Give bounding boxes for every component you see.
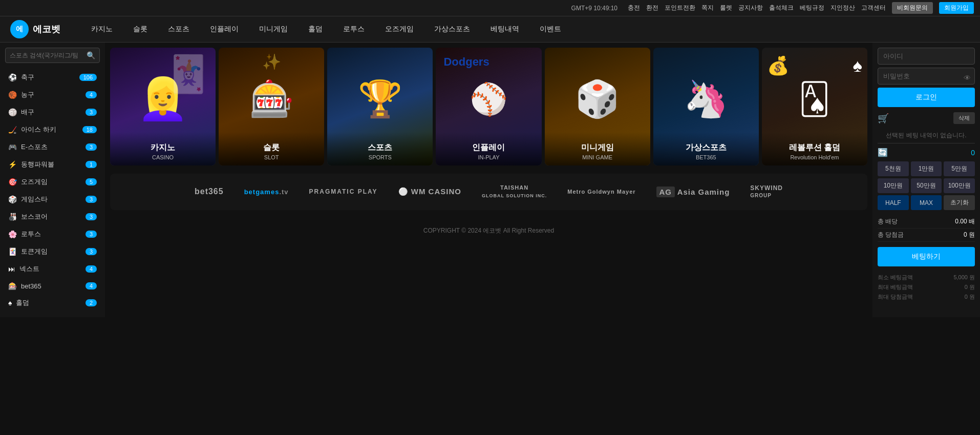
right-panel: 👁 로그인 🛒 삭제 선택된 베팅 내역이 없습니다. 🔄 0 5천원 1만원 … <box>872 43 980 317</box>
max-bet-label: 최대 베팅금액 <box>878 283 913 291</box>
max-win-label: 최대 당첨금액 <box>878 293 913 301</box>
top-nav-notice[interactable]: 공지사항 <box>738 4 763 12</box>
sidebar-item-holdem[interactable]: ♠홀덤 2 <box>5 295 100 311</box>
nav-events[interactable]: 이벤트 <box>529 19 571 39</box>
nav-slot[interactable]: 슬롯 <box>123 19 158 39</box>
max-bet-value: 0 원 <box>965 283 975 291</box>
top-bar: GMT+9 10:49:10 충전 환전 포인트전환 쪽지 룰렛 공지사항 출석… <box>0 0 980 16</box>
bet-limits: 최소 베팅금액 5,000 원 최대 베팅금액 0 원 최대 당첨금액 0 원 <box>878 273 975 302</box>
nonmember-button[interactable]: 비회원문의 <box>892 2 933 14</box>
total-odds-value: 0.00 배 <box>955 217 975 226</box>
top-nav-referral[interactable]: 지인정산 <box>830 4 855 12</box>
partner-taishan: TAISHANGLOBAL SOLUTION INC. <box>482 184 547 200</box>
virtual-label-en: BET365 <box>653 154 759 160</box>
slot-label-en: SLOT <box>219 154 324 160</box>
icehockey-icon: 🏒 <box>8 126 17 134</box>
bet-button[interactable]: 베팅하기 <box>878 247 975 266</box>
casino-label-ko: 카지노 <box>110 142 216 153</box>
nav-virtual[interactable]: 가상스포츠 <box>424 19 480 39</box>
top-nav-support[interactable]: 고객센터 <box>861 4 886 12</box>
volleyball-icon: 🏐 <box>8 108 17 116</box>
max-win-row: 최대 당첨금액 0 원 <box>878 292 975 302</box>
max-button[interactable]: MAX <box>911 195 942 210</box>
join-button[interactable]: 회원가입 <box>939 2 974 14</box>
nav-betting-history[interactable]: 베팅내역 <box>480 19 529 39</box>
sidebar-item-soccer[interactable]: ⚽축구 106 <box>5 69 100 86</box>
top-nav-betting-rules[interactable]: 베팅규정 <box>800 4 824 12</box>
top-nav-attendance[interactable]: 출석체크 <box>769 4 794 12</box>
top-nav-charge[interactable]: 충전 <box>628 4 640 12</box>
total-winnings-value: 0 원 <box>964 231 975 239</box>
game-card-virtual[interactable]: 🦄 가상스포츠 BET365 <box>653 48 759 165</box>
sidebar-item-icehockey[interactable]: 🏒아이스 하키 18 <box>5 121 100 138</box>
game-cards-grid: 🃏 👱‍♀️ 카지노 CASINO 🎰 ✨ 슬롯 <box>110 48 867 165</box>
game-card-casino[interactable]: 🃏 👱‍♀️ 카지노 CASINO <box>110 48 216 165</box>
nav-sports[interactable]: 스포츠 <box>158 19 200 39</box>
min-bet-label: 최소 베팅금액 <box>878 274 913 281</box>
quick-5k[interactable]: 5천원 <box>878 161 909 176</box>
refresh-icon[interactable]: 🔄 <box>878 148 888 157</box>
min-bet-value: 5,000 원 <box>953 274 975 281</box>
sidebar-item-token[interactable]: 🃏토큰게임 3 <box>5 243 100 260</box>
basketball-icon: 🏀 <box>8 91 17 99</box>
game-card-minigame[interactable]: 🎲 미니게임 MINI GAME <box>545 48 650 165</box>
game-card-slot[interactable]: 🎰 ✨ 슬롯 SLOT <box>219 48 324 165</box>
partner-mgm: Metro Goldwyn Mayer <box>567 189 635 195</box>
sports-label-en: SPORTS <box>327 154 433 160</box>
refresh-row: 🔄 0 <box>878 148 975 157</box>
reset-button[interactable]: 초기화 <box>944 195 975 210</box>
game-card-inplay[interactable]: ⚾ Dodgers 인플레이 IN-PLAY <box>436 48 541 165</box>
sidebar-item-powerball[interactable]: ⚡동행파워볼 1 <box>5 156 100 173</box>
quick-1m[interactable]: 100만원 <box>944 178 975 193</box>
quick-10k[interactable]: 1만원 <box>911 161 942 176</box>
sidebar-item-bosscore[interactable]: 🎳보스코어 3 <box>5 209 100 225</box>
partner-logos: bet365 betgames.tv PRAGMATIC PLAY ⚪ WM C… <box>110 174 867 210</box>
top-nav-exchange[interactable]: 환전 <box>646 4 658 12</box>
lotus-icon: 🌸 <box>8 230 17 238</box>
min-bet-row: 최소 베팅금액 5,000 원 <box>878 273 975 282</box>
logo[interactable]: 에 에코벳 <box>10 20 60 38</box>
top-nav-message[interactable]: 쪽지 <box>701 4 714 12</box>
sidebar-item-next[interactable]: ⏭넥스트 4 <box>5 261 100 277</box>
quick-500k[interactable]: 50만원 <box>911 178 942 193</box>
sidebar-item-bet365[interactable]: 🎰bet365 4 <box>5 278 100 294</box>
id-input[interactable] <box>878 48 975 65</box>
search-box[interactable]: 🔍 <box>5 48 100 63</box>
top-nav-roulette[interactable]: 룰렛 <box>720 4 732 12</box>
bet-cart-icon[interactable]: 🛒 <box>878 113 889 124</box>
nav-minigame[interactable]: 미니게임 <box>249 19 298 39</box>
sidebar-item-esports[interactable]: 🎮E-스포츠 3 <box>5 139 100 155</box>
holdem-icon: ♠ <box>8 299 12 307</box>
password-toggle-icon[interactable]: 👁 <box>964 74 971 82</box>
sidebar-item-gamestar[interactable]: 🎲게임스타 3 <box>5 191 100 208</box>
nav-inplay[interactable]: 인플레이 <box>200 19 249 39</box>
main-layout: 🔍 ⚽축구 106 🏀농구 4 🏐배구 3 🏒아이스 하키 18 🎮E-스포츠 … <box>0 43 980 317</box>
sidebar-item-basketball[interactable]: 🏀농구 4 <box>5 87 100 103</box>
logo-icon: 에 <box>10 20 29 38</box>
quick-50k[interactable]: 5만원 <box>944 161 975 176</box>
total-odds-row: 총 배당 0.00 배 <box>878 215 975 229</box>
nav-casino[interactable]: 카지노 <box>81 19 123 39</box>
pw-input[interactable] <box>878 68 975 85</box>
casino-label-en: CASINO <box>110 154 216 160</box>
nav-odds[interactable]: 오즈게임 <box>375 19 424 39</box>
half-button[interactable]: HALF <box>878 195 909 210</box>
bet-delete-button[interactable]: 삭제 <box>953 112 975 124</box>
nav-lotus[interactable]: 로투스 <box>333 19 375 39</box>
copyright: COPYRIGHT © 2024 에코벳 All Right Reserved <box>110 218 867 243</box>
partner-wm: ⚪ WM CASINO <box>398 187 461 196</box>
holdem-label-ko: 레볼루션 홀덤 <box>762 142 867 153</box>
sidebar-item-odds[interactable]: 🎯오즈게임 5 <box>5 174 100 190</box>
game-card-holdem[interactable]: 🂡 ♠️ 💰 레볼루션 홀덤 Revolution Hold'em <box>762 48 867 165</box>
login-button[interactable]: 로그인 <box>878 88 975 107</box>
sidebar-item-volleyball[interactable]: 🏐배구 3 <box>5 104 100 120</box>
sidebar-item-lotus[interactable]: 🌸로투스 3 <box>5 226 100 242</box>
minigame-label-en: MINI GAME <box>545 154 650 160</box>
quick-100k[interactable]: 10만원 <box>878 178 909 193</box>
nav-holdem[interactable]: 홀덤 <box>298 19 333 39</box>
game-card-sports[interactable]: 🏆 스포츠 SPORTS <box>327 48 433 165</box>
special-bet-buttons: HALF MAX 초기화 <box>878 195 975 210</box>
search-button[interactable]: 🔍 <box>82 48 99 63</box>
search-input[interactable] <box>6 49 82 62</box>
top-nav-point[interactable]: 포인트전환 <box>665 4 695 12</box>
